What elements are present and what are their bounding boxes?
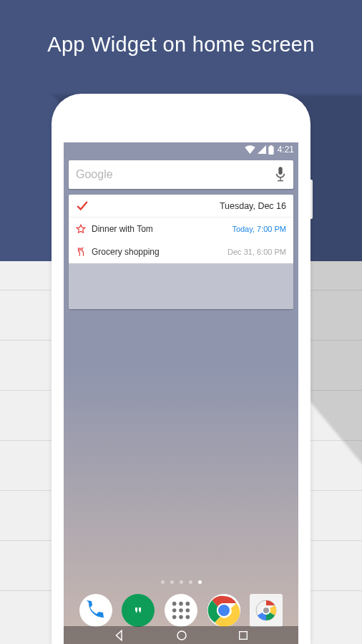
svg-rect-1	[280, 177, 280, 180]
recents-icon[interactable]	[238, 630, 249, 641]
back-icon[interactable]	[113, 629, 126, 642]
page-dot	[161, 580, 165, 584]
app-drawer-icon[interactable]	[165, 594, 197, 627]
svg-rect-2	[278, 180, 283, 181]
page-indicator	[64, 580, 298, 584]
status-bar: 4:21	[64, 142, 298, 157]
svg-point-20	[177, 631, 186, 640]
svg-point-4	[172, 602, 177, 606]
checkmark-icon	[76, 200, 89, 213]
phone-app-icon[interactable]	[79, 594, 112, 627]
chrome-app-icon[interactable]	[207, 594, 240, 627]
svg-point-9	[186, 608, 190, 613]
promo-title: App Widget on home screen	[0, 33, 362, 57]
star-icon	[76, 224, 86, 234]
home-icon[interactable]	[175, 629, 188, 642]
phone-power-button	[310, 180, 313, 219]
phone-screen: 4:21 Google Tuesday, Dec 16 Dinner with …	[64, 142, 298, 644]
page-dot	[180, 580, 183, 584]
svg-point-11	[179, 615, 183, 620]
phone-frame: 4:21 Google Tuesday, Dec 16 Dinner with …	[52, 94, 310, 644]
page-dot	[189, 580, 192, 584]
widget-item-title: Grocery shopping	[92, 247, 160, 257]
status-time: 4:21	[278, 145, 294, 155]
todo-widget[interactable]: Tuesday, Dec 16 Dinner with Tom Today, 7…	[69, 195, 293, 309]
svg-point-6	[186, 602, 190, 606]
page-dot-active	[198, 580, 202, 584]
hangouts-app-icon[interactable]	[122, 594, 155, 627]
svg-point-7	[172, 608, 177, 613]
google-search-bar[interactable]: Google	[69, 160, 293, 189]
widget-item-time: Dec 31, 6:00 PM	[228, 248, 286, 256]
camera-app-icon[interactable]	[250, 594, 283, 627]
svg-rect-0	[278, 167, 282, 175]
widget-date: Tuesday, Dec 16	[89, 201, 286, 211]
svg-point-10	[172, 615, 177, 620]
svg-point-12	[186, 615, 190, 620]
wifi-icon	[245, 145, 255, 154]
nav-bar	[64, 626, 298, 644]
svg-point-5	[179, 602, 183, 606]
widget-item-title: Dinner with Tom	[92, 224, 153, 234]
widget-header[interactable]: Tuesday, Dec 16	[69, 195, 293, 218]
widget-item-time: Today, 7:00 PM	[232, 225, 286, 233]
dock	[64, 594, 298, 627]
fork-icon	[76, 247, 86, 257]
svg-point-8	[179, 608, 183, 613]
page-dot	[170, 580, 174, 584]
signal-icon	[258, 145, 266, 154]
search-label: Google	[76, 168, 113, 181]
battery-icon	[268, 145, 274, 155]
svg-rect-21	[240, 632, 248, 640]
mic-icon[interactable]	[275, 167, 286, 182]
svg-point-3	[79, 594, 112, 627]
widget-item[interactable]: Grocery shopping Dec 31, 6:00 PM	[69, 240, 293, 263]
svg-point-19	[263, 608, 269, 613]
widget-item[interactable]: Dinner with Tom Today, 7:00 PM	[69, 218, 293, 240]
widget-empty-area	[69, 263, 293, 309]
